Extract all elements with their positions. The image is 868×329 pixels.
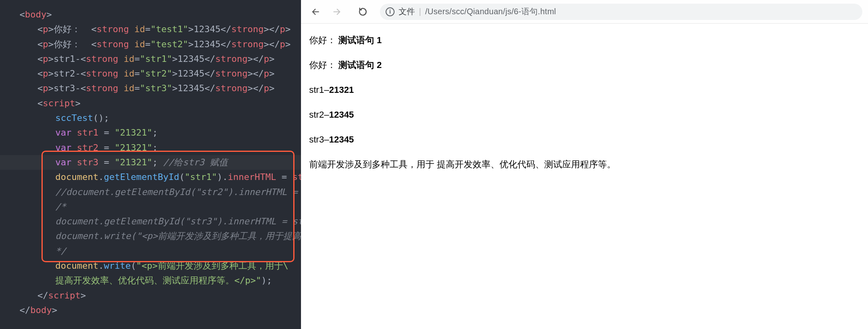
- code-line[interactable]: </script>: [20, 288, 301, 303]
- code-lines-container[interactable]: <body><p>你好： <strong id="test1">12345</s…: [20, 7, 301, 318]
- code-line[interactable]: //document.getElementById("str2").innerH…: [20, 185, 301, 200]
- info-icon: i: [386, 7, 395, 16]
- reload-icon: [358, 7, 367, 16]
- code-line[interactable]: </body>: [20, 303, 301, 318]
- address-bar[interactable]: i 文件 | /Users/scc/Qianduan/js/6-语句.html: [380, 4, 862, 20]
- code-line[interactable]: <script>: [20, 96, 301, 111]
- code-line[interactable]: var str2 = "21321";: [20, 140, 301, 155]
- rendered-page: 你好： 测试语句 1 你好： 测试语句 2 str1–21321 str2–12…: [301, 24, 868, 192]
- address-separator: |: [419, 7, 421, 16]
- code-line[interactable]: 提高开发效率、优化代码、测试应用程序等。</p>");: [20, 273, 301, 288]
- code-line[interactable]: <body>: [20, 7, 301, 22]
- arrow-left-icon: [311, 7, 320, 16]
- code-line[interactable]: <p>你好： <strong id="test2">12345</strong>…: [20, 37, 301, 52]
- code-line[interactable]: var str1 = "21321";: [20, 125, 301, 140]
- back-button[interactable]: [307, 3, 325, 21]
- forward-button[interactable]: [328, 3, 346, 21]
- output-line-1: 你好： 测试语句 1: [309, 33, 860, 47]
- output-line-4: str2–12345: [309, 108, 860, 121]
- code-line[interactable]: <p>你好： <strong id="test1">12345</strong>…: [20, 22, 301, 37]
- code-line[interactable]: document.getElementById("str3").innerHTM…: [20, 214, 301, 229]
- code-line[interactable]: <p>str1-<strong id="str1">12345</strong>…: [20, 52, 301, 66]
- code-line[interactable]: document.getElementById("str1").innerHTM…: [20, 170, 301, 184]
- address-scheme-label: 文件: [399, 6, 415, 17]
- arrow-right-icon: [332, 7, 341, 16]
- reload-button[interactable]: [354, 3, 372, 21]
- address-path: /Users/scc/Qianduan/js/6-语句.html: [425, 6, 556, 17]
- output-line-6: 前端开发涉及到多种工具，用于 提高开发效率、优化代码、测试应用程序等。: [309, 158, 860, 171]
- browser-pane: i 文件 | /Users/scc/Qianduan/js/6-语句.html …: [301, 0, 868, 329]
- code-line[interactable]: sccTest();: [20, 111, 301, 125]
- browser-toolbar: i 文件 | /Users/scc/Qianduan/js/6-语句.html: [301, 0, 868, 24]
- output-line-2: 你好： 测试语句 2: [309, 58, 860, 72]
- code-line[interactable]: document.write("<p>前端开发涉及到多种工具，用于提高开发效率、…: [20, 229, 301, 243]
- code-line[interactable]: document.write("<p>前端开发涉及到多种工具，用于\: [20, 259, 301, 273]
- output-line-3: str1–21321: [309, 83, 860, 97]
- code-line[interactable]: */: [20, 244, 301, 259]
- output-line-5: str3–12345: [309, 133, 860, 146]
- code-line[interactable]: <p>str3-<strong id="str3">12345</strong>…: [20, 81, 301, 96]
- code-line[interactable]: <p>str2-<strong id="str2">12345</strong>…: [20, 66, 301, 81]
- code-line[interactable]: /*: [20, 200, 301, 214]
- code-editor-pane[interactable]: <body><p>你好： <strong id="test1">12345</s…: [0, 0, 301, 329]
- code-line[interactable]: var str3 = "21321"; //给str3 赋值: [20, 155, 301, 170]
